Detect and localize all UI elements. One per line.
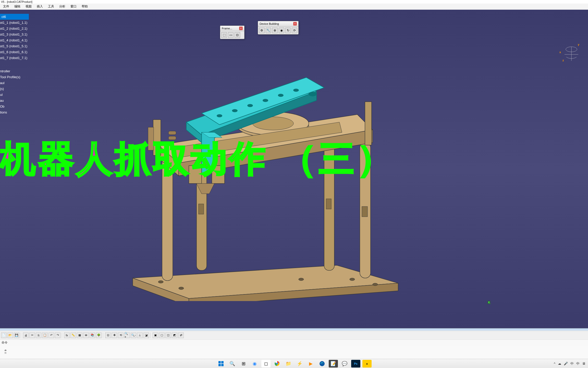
app-player-icon[interactable]: ▶ (306, 360, 315, 367)
tool-hide-icon[interactable]: ◫ (165, 332, 171, 338)
compass-widget[interactable]: x y z (560, 43, 583, 66)
tree-item[interactable]: ntroller (0, 68, 29, 74)
tree-item[interactable]: ot1_6 (robot1_6.1) (0, 49, 29, 55)
tree-root[interactable]: ct6 (0, 14, 29, 20)
menu-analyze[interactable]: 分析 (57, 4, 68, 9)
command-prompt: 命令 (2, 340, 8, 345)
app-catia-icon[interactable]: ▲ (362, 360, 372, 367)
tool-iso-icon[interactable]: ◪ (143, 332, 149, 338)
device-tool-icon[interactable]: ⚙ (259, 28, 265, 33)
device-tool-icon[interactable]: ◉ (279, 28, 284, 33)
app-wechat-icon[interactable]: 💬 (340, 360, 349, 367)
app-chrome-icon[interactable] (273, 360, 282, 367)
menu-window[interactable]: 窗口 (68, 4, 79, 9)
tool-cut-icon[interactable]: ✂ (29, 332, 35, 338)
tool-wire-icon[interactable]: ▢ (159, 332, 165, 338)
device-tool-icon[interactable]: 🔧 (266, 28, 271, 33)
tree-item[interactable]: ot1_5 (robot1_5.1) (0, 43, 29, 49)
menu-insert[interactable]: 插入 (34, 4, 45, 9)
separator (21, 332, 22, 338)
frame-toolbar[interactable]: Frame... × ⬚ ▭ ⊡ (220, 26, 244, 39)
tree-item[interactable]: au (0, 98, 29, 103)
tree-item[interactable]: ot1_1 (robot1_1.1) (0, 20, 29, 26)
device-tool-icon[interactable]: ↻ (285, 28, 291, 33)
frame-tool-icon[interactable]: ⬚ (221, 32, 227, 38)
tool-print-icon[interactable]: 🖨 (23, 332, 29, 338)
tree-item[interactable]: aul (0, 80, 29, 86)
start-button-icon[interactable] (216, 360, 226, 367)
systray-monitor-icon[interactable]: 🖥 (582, 362, 585, 365)
tree-item[interactable]: Ob (0, 103, 29, 109)
tool-normal-icon[interactable]: ⊥ (137, 332, 143, 338)
tool-view-icon[interactable]: 👁 (83, 332, 89, 338)
tool-grid-icon[interactable]: ▦ (77, 332, 82, 338)
tool-tree-icon[interactable]: 🌳 (96, 332, 102, 338)
tree-item[interactable]: ot1_2 (robot1_2.1) (0, 26, 29, 31)
tool-paste-icon[interactable]: 📋 (42, 332, 48, 338)
svg-point-32 (217, 114, 222, 117)
tool-pan-icon[interactable]: ✥ (112, 332, 117, 338)
app-generic-icon[interactable]: ◻ (261, 360, 271, 367)
tool-undo-icon[interactable]: ↶ (48, 332, 54, 338)
separator (150, 332, 151, 338)
tool-open-icon[interactable]: 📂 (7, 332, 13, 338)
tree-item[interactable] (0, 62, 29, 68)
tool-show-icon[interactable]: ◩ (172, 332, 177, 338)
tool-copy-icon[interactable]: ⎘ (36, 332, 41, 338)
systray-ime-label[interactable]: 中 (570, 361, 574, 366)
app-photoshop-icon[interactable]: Ps (351, 360, 360, 367)
tool-fit-icon[interactable]: ⊡ (105, 332, 111, 338)
tree-item[interactable]: tions (0, 109, 29, 115)
frame-tool-icon[interactable]: ▭ (228, 32, 234, 38)
frame-tool-icon[interactable]: ⊡ (235, 32, 240, 38)
bottom-toolbar: 📄 📂 💾 🖨 ✂ ⎘ 📋 ↶ ↷ fx 📏 ▦ 👁 📚 🌳 ⊡ ✥ ⟲ 🔍+ … (0, 331, 588, 339)
tool-rotate-icon[interactable]: ⟲ (118, 332, 124, 338)
menu-help[interactable]: 帮助 (79, 4, 90, 9)
close-icon[interactable]: × (293, 22, 297, 26)
tree-item[interactable]: ot1_4 (robot1_4.1) (0, 37, 29, 43)
tool-swap-icon[interactable]: ⇄ (178, 332, 184, 338)
systray-cloud-icon[interactable]: ☁ (558, 362, 561, 365)
device-tool-icon[interactable]: ⊕ (272, 28, 278, 33)
menu-file[interactable]: 文件 (1, 4, 12, 9)
tree-item[interactable]: ot1_7 (robot1_7.1) (0, 55, 29, 61)
app-note-icon[interactable]: 📝 (329, 360, 338, 367)
menu-tools[interactable]: 工具 (45, 4, 57, 9)
tool-new-icon[interactable]: 📄 (1, 332, 7, 338)
tool-fx-icon[interactable]: fx (64, 332, 70, 338)
tool-measure-icon[interactable]: 📏 (70, 332, 76, 338)
tool-zoom-out-icon[interactable]: 🔍- (131, 332, 136, 338)
app-thunder-icon[interactable]: ⚡ (295, 360, 304, 367)
video-title-overlay: 机器人抓取动作 （三） (0, 135, 588, 183)
tree-item[interactable]: ul (0, 92, 29, 98)
systray-mic-icon[interactable]: 🎤 (564, 362, 568, 365)
tree-item[interactable]: (s) (0, 86, 29, 92)
close-icon[interactable]: × (239, 27, 243, 30)
desktop-shortcut-icon[interactable]: ☁云 (2, 348, 9, 356)
tool-catalog-icon[interactable]: 📚 (90, 332, 95, 338)
compass-z-label: z (562, 59, 564, 62)
toolbar-header[interactable]: Device Building × (258, 21, 298, 27)
systray-arrow-icon[interactable]: ^ (554, 362, 555, 365)
tool-shade-icon[interactable]: ▣ (153, 332, 158, 338)
spec-tree[interactable]: ct6 ot1_1 (robot1_1.1) ot1_2 (robot1_2.1… (0, 14, 29, 115)
systray-ime-label[interactable]: 中 (576, 361, 580, 366)
tree-item[interactable]: ot1_3 (robot1_3.1) (0, 31, 29, 37)
menu-edit[interactable]: 编辑 (12, 4, 23, 9)
app-zoom-icon[interactable]: ◉ (250, 360, 259, 367)
tool-zoom-in-icon[interactable]: 🔍+ (124, 332, 130, 338)
search-icon[interactable]: 🔍 (228, 360, 237, 367)
svg-rect-15 (199, 204, 204, 214)
device-tool-icon[interactable]: ⟳ (292, 28, 297, 33)
tool-save-icon[interactable]: 💾 (14, 332, 19, 338)
toolbar-header[interactable]: Frame... × (220, 26, 244, 31)
device-building-toolbar[interactable]: Device Building × ⚙ 🔧 ⊕ ◉ ↻ ⟳ (258, 21, 299, 34)
menu-view[interactable]: 视图 (23, 4, 34, 9)
app-edge-icon[interactable] (317, 360, 327, 367)
app-explorer-icon[interactable]: 📁 (284, 360, 293, 367)
viewport-3d[interactable]: ct6 ot1_1 (robot1_1.1) ot1_2 (robot1_2.1… (0, 10, 588, 328)
tool-redo-icon[interactable]: ↷ (55, 332, 60, 338)
tree-item[interactable]: Tool Profile(s) (0, 74, 29, 80)
command-bar[interactable]: 命令 (0, 339, 588, 346)
task-view-icon[interactable]: ⊞ (239, 360, 248, 367)
